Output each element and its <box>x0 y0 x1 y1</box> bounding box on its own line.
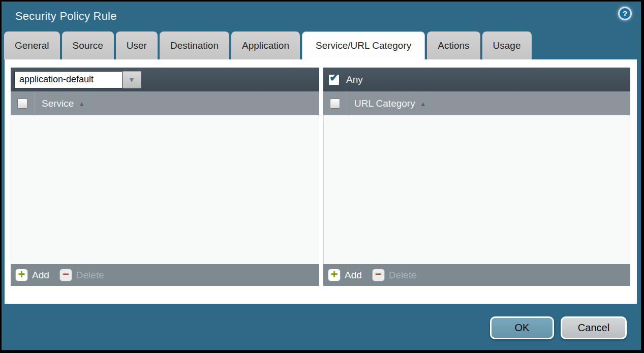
service-type-bar: application-default ▼ <box>11 68 319 91</box>
plus-icon: + <box>328 269 341 281</box>
minus-icon: − <box>59 269 72 281</box>
url-category-select-all-cell <box>323 91 347 115</box>
any-checkbox[interactable]: ✔ <box>328 74 340 85</box>
security-policy-rule-dialog: Security Policy Rule ? General Source Us… <box>2 2 641 350</box>
dialog-buttons: OK Cancel <box>490 316 627 339</box>
tab-bar: General Source User Destination Applicat… <box>4 31 532 59</box>
url-category-column-label: URL Category <box>354 98 415 109</box>
help-icon[interactable]: ? <box>618 7 632 20</box>
url-category-delete-label: Delete <box>389 270 417 281</box>
screen: Security Policy Rule ? General Source Us… <box>0 0 644 353</box>
tab-general[interactable]: General <box>4 31 60 59</box>
url-category-select-all-checkbox[interactable] <box>330 99 340 109</box>
plus-icon: + <box>15 269 28 281</box>
tab-application[interactable]: Application <box>231 31 300 59</box>
url-category-any-bar: ✔ Any <box>323 68 630 91</box>
service-panel: application-default ▼ Service ▲ <box>11 68 319 286</box>
any-label: Any <box>346 74 363 85</box>
dialog-title: Security Policy Rule <box>15 10 117 23</box>
service-type-value[interactable]: application-default <box>14 71 122 88</box>
service-column-header: Service ▲ <box>11 91 319 115</box>
tab-actions[interactable]: Actions <box>427 31 480 59</box>
sort-asc-icon: ▲ <box>420 99 426 108</box>
url-category-panel-footer: + Add − Delete <box>323 264 630 286</box>
url-category-add-label: Add <box>345 270 362 281</box>
service-type-dropdown-button[interactable]: ▼ <box>122 71 141 88</box>
service-select-all-checkbox[interactable] <box>17 99 27 109</box>
url-category-delete-button[interactable]: − Delete <box>372 269 417 281</box>
tab-destination[interactable]: Destination <box>160 31 229 59</box>
sort-asc-icon: ▲ <box>78 99 85 108</box>
any-row: ✔ Any <box>327 74 363 85</box>
url-category-add-button[interactable]: + Add <box>328 269 362 281</box>
tab-service-url-category[interactable]: Service/URL Category <box>302 31 425 59</box>
url-category-list-empty <box>323 115 630 264</box>
service-delete-button[interactable]: − Delete <box>59 269 104 281</box>
service-select-all-cell <box>11 91 34 115</box>
minus-icon: − <box>372 269 385 281</box>
service-add-button[interactable]: + Add <box>15 269 49 281</box>
ok-button[interactable]: OK <box>490 316 554 339</box>
url-category-column-header: URL Category ▲ <box>323 91 630 115</box>
url-category-panel: ✔ Any URL Category ▲ <box>323 68 630 286</box>
service-type-combo: application-default ▼ <box>14 71 141 88</box>
service-list-empty <box>11 115 319 264</box>
chevron-down-icon: ▼ <box>128 76 135 84</box>
service-panel-footer: + Add − Delete <box>11 264 319 286</box>
service-add-label: Add <box>32 270 49 281</box>
tab-source[interactable]: Source <box>62 31 114 59</box>
url-category-column-sort[interactable]: URL Category ▲ <box>347 91 630 115</box>
tab-usage[interactable]: Usage <box>482 31 532 59</box>
checkmark-icon: ✔ <box>329 71 339 84</box>
service-column-sort[interactable]: Service ▲ <box>34 91 319 115</box>
tab-user[interactable]: User <box>116 31 158 59</box>
tab-content: application-default ▼ Service ▲ <box>5 59 637 304</box>
service-delete-label: Delete <box>76 270 104 281</box>
service-column-label: Service <box>42 98 74 109</box>
cancel-button[interactable]: Cancel <box>561 316 627 339</box>
